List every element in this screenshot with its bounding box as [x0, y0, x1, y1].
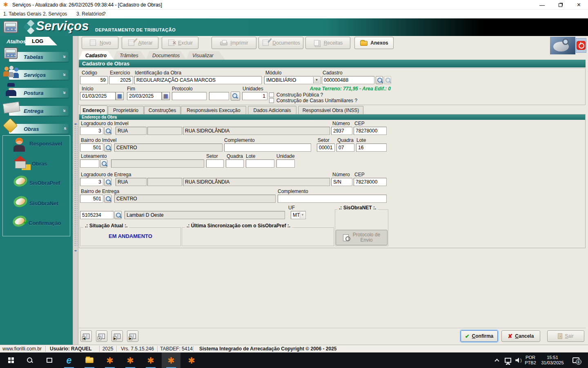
- taskbar-ie[interactable]: e: [60, 352, 78, 368]
- nav-first-button[interactable]: ◀: [80, 330, 92, 342]
- lote-imovel-field[interactable]: 16: [356, 144, 387, 152]
- construcao-publica-checkbox[interactable]: [269, 92, 274, 97]
- chevron-down-icon[interactable]: »: [62, 109, 68, 112]
- tab-documentos[interactable]: Documentos: [146, 51, 187, 60]
- taskbar-app-1[interactable]: ✱: [100, 352, 119, 368]
- anexos-button[interactable]: Anexos: [354, 37, 394, 49]
- close-button[interactable]: ×: [570, 0, 588, 10]
- tray-network[interactable]: [502, 352, 514, 368]
- protocolo-field[interactable]: [172, 92, 207, 100]
- cancela-button[interactable]: ✘Cancela: [501, 330, 540, 342]
- subtab-responsaveis-execucao[interactable]: Responsáveis Execução: [181, 106, 246, 114]
- notification-center-button[interactable]: 1: [568, 352, 584, 368]
- uf-dropdown-arrow-icon[interactable]: ▼: [300, 212, 305, 218]
- chevron-up-icon[interactable]: »: [62, 127, 68, 130]
- complemento-imovel-field[interactable]: [224, 144, 311, 152]
- exercicio-field[interactable]: 2025: [109, 76, 133, 84]
- subtab-construcoes[interactable]: Construções: [144, 106, 180, 114]
- task-view-button[interactable]: [40, 352, 59, 368]
- imprimir-button[interactable]: Imprimir: [212, 37, 256, 49]
- sidebar-item-confirmacao[interactable]: Confirmação: [29, 220, 61, 226]
- subtab-responsavel-obra-inss[interactable]: Responsável Obra (INSS): [298, 106, 363, 114]
- setor-imovel-field[interactable]: 00001: [317, 144, 335, 152]
- sidebar-group-tabelas[interactable]: Tabelas»: [9, 52, 69, 62]
- sidebar-splitter[interactable]: ◂▸ ◂▸: [73, 36, 78, 345]
- cep-entrega-field[interactable]: 78278000: [354, 178, 387, 186]
- confirma-button[interactable]: ✔Confirma: [461, 330, 498, 342]
- bairro-imovel-codigo-field[interactable]: 501: [80, 144, 103, 152]
- loteamento-lote-field[interactable]: [246, 159, 274, 168]
- power-button[interactable]: [576, 38, 586, 53]
- fim-date-field[interactable]: 20/03/2025: [127, 92, 162, 100]
- menu-servicos[interactable]: 2. Serviços: [43, 11, 67, 17]
- tray-chevron-button[interactable]: [491, 352, 503, 368]
- logradouro-entrega-codigo-field[interactable]: 3: [80, 178, 103, 186]
- sair-button[interactable]: Sair: [547, 330, 584, 342]
- logradouro-imovel-search-button[interactable]: [104, 127, 111, 135]
- subtab-dados-adicionais[interactable]: Dados Adicionais: [248, 106, 296, 114]
- sidebar-group-obras[interactable]: Obras»: [9, 124, 69, 134]
- sidebar-item-sisobrapref[interactable]: SisObraPref: [29, 180, 60, 186]
- taskbar-app-active[interactable]: ✱: [162, 352, 180, 368]
- protocolo-seq-field[interactable]: [209, 92, 229, 100]
- nav-next-button[interactable]: ▶: [111, 330, 123, 342]
- receitas-button[interactable]: Receitas: [305, 37, 350, 49]
- casas-unifamiliares-checkbox[interactable]: [269, 98, 274, 103]
- bairro-entrega-codigo-field[interactable]: 501: [80, 195, 103, 203]
- tab-tramites[interactable]: Trâmites: [113, 51, 147, 60]
- cep-imovel-field[interactable]: 78278000: [354, 127, 387, 135]
- protocolo-envio-button[interactable]: Protocolo de Envio: [336, 230, 388, 245]
- cadastro-field[interactable]: 000000488: [322, 76, 374, 84]
- loteamento-setor-field[interactable]: [206, 159, 224, 168]
- sidebar-tab-atalhos[interactable]: Atalhos: [7, 38, 26, 45]
- nav-insert-button[interactable]: +: [96, 330, 107, 342]
- complemento-entrega-field[interactable]: [278, 195, 387, 203]
- taskbar-app-3[interactable]: ✱: [141, 352, 160, 368]
- bairro-imovel-search-button[interactable]: [104, 144, 111, 152]
- alterar-button[interactable]: Alterar: [122, 37, 158, 49]
- protocolo-search-button[interactable]: [231, 92, 240, 101]
- codigo-field[interactable]: 59: [80, 76, 108, 84]
- logradouro-entrega-search-button[interactable]: [104, 178, 111, 186]
- logradouro-imovel-codigo-field[interactable]: 3: [80, 127, 103, 135]
- menu-help[interactable]: ?: [103, 11, 106, 17]
- taskbar-app-2[interactable]: ✱: [121, 352, 140, 368]
- loteamento-codigo-field[interactable]: [80, 159, 99, 168]
- numero-imovel-field[interactable]: 2937: [331, 127, 352, 135]
- subtab-proprietario[interactable]: Proprietário: [108, 106, 144, 114]
- splitter-arrow-bottom[interactable]: ◂▸: [74, 249, 78, 252]
- fim-calendar-button[interactable]: ▦: [162, 92, 170, 100]
- cidade-search-button[interactable]: [114, 211, 122, 219]
- tab-cadastro[interactable]: Cadastro: [79, 51, 114, 60]
- sidebar-item-obras[interactable]: Obras: [32, 161, 47, 167]
- menu-tabelas-gerais[interactable]: 1. Tabelas Gerais: [3, 11, 41, 17]
- numero-entrega-field[interactable]: S/N: [331, 178, 352, 186]
- language-indicator[interactable]: POR PTB2: [523, 352, 537, 368]
- subtab-endereco[interactable]: Endereço: [80, 105, 107, 114]
- restore-button[interactable]: [551, 0, 570, 10]
- cadastro-search-button[interactable]: [376, 76, 383, 84]
- identificacao-field[interactable]: REGULARIZAÇÃO CASA MARCOS: [134, 76, 262, 84]
- taskbar-search-button[interactable]: [20, 352, 39, 368]
- minimize-button[interactable]: —: [533, 0, 551, 10]
- novo-button[interactable]: Novo: [82, 37, 118, 49]
- cidade-codigo-field[interactable]: 5105234: [80, 211, 114, 219]
- menu-relatorios[interactable]: 3. Relatórios: [76, 11, 104, 17]
- unidades-field[interactable]: 1: [242, 92, 267, 100]
- splitter-arrow-top[interactable]: ◂▸: [74, 122, 78, 126]
- chevron-down-icon[interactable]: »: [62, 73, 68, 76]
- start-button[interactable]: [2, 352, 20, 368]
- modulo-select[interactable]: IMOBILIÁRIO▼: [264, 76, 321, 84]
- nav-last-button[interactable]: ▶: [127, 330, 138, 342]
- taskbar-app-4[interactable]: ✱: [182, 352, 201, 368]
- sidebar-item-responsavel[interactable]: Responsável: [29, 141, 62, 147]
- inicio-calendar-button[interactable]: ▦: [116, 92, 124, 100]
- chevron-down-icon[interactable]: »: [62, 55, 68, 58]
- clock[interactable]: 15:51 31/03/2025: [538, 352, 567, 368]
- quadra-imovel-field[interactable]: 07: [336, 144, 354, 152]
- bairro-entrega-search-button[interactable]: [104, 195, 111, 203]
- unidade-field[interactable]: [276, 159, 295, 168]
- excluir-button[interactable]: ✕Excluir: [162, 37, 198, 49]
- taskbar-explorer[interactable]: [80, 352, 99, 368]
- documentos-button[interactable]: Documentos: [258, 37, 303, 49]
